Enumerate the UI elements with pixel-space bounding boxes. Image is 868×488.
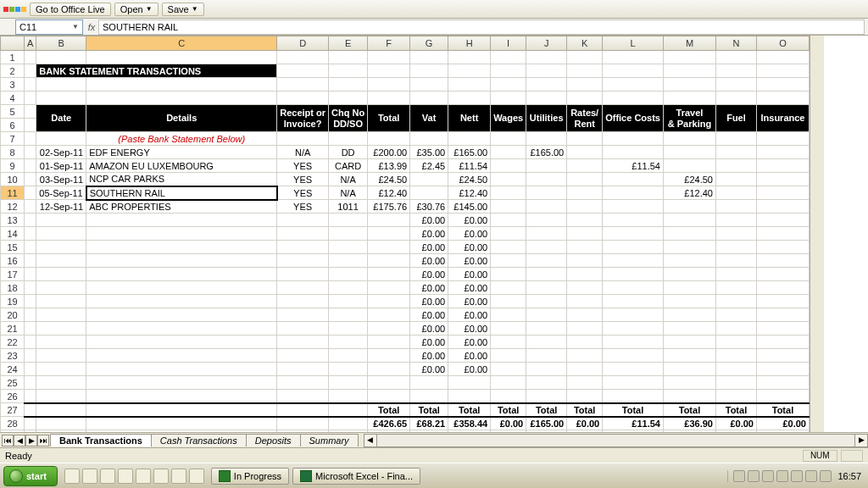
totals-label[interactable]: Total <box>603 403 664 417</box>
cell-utilities[interactable] <box>526 159 567 173</box>
cell[interactable] <box>86 336 277 349</box>
cell[interactable] <box>715 227 756 241</box>
cell[interactable] <box>715 363 756 376</box>
cell[interactable] <box>603 349 664 363</box>
tab-last-icon[interactable]: ⏭ <box>37 435 49 446</box>
cell[interactable] <box>491 51 526 64</box>
cell[interactable] <box>715 295 756 308</box>
hdr-rates[interactable]: Rates/Rent <box>567 105 603 132</box>
cell[interactable] <box>277 241 329 254</box>
row-header-22[interactable]: 22 <box>1 336 25 349</box>
cell[interactable] <box>567 51 603 64</box>
cell[interactable] <box>277 51 329 64</box>
row-header-1[interactable]: 1 <box>1 51 25 64</box>
cell-nett[interactable]: £0.00 <box>448 241 491 254</box>
cell[interactable] <box>756 376 809 390</box>
cell[interactable] <box>715 64 756 78</box>
cell[interactable] <box>277 349 329 363</box>
tab-next-icon[interactable]: ▶ <box>25 435 37 446</box>
ql-icon[interactable] <box>118 469 133 484</box>
col-header-A[interactable]: A <box>25 36 36 51</box>
cell[interactable] <box>410 92 448 105</box>
cell[interactable] <box>567 64 603 78</box>
cell-total[interactable]: £24.50 <box>368 173 410 186</box>
col-header-M[interactable]: M <box>663 36 715 51</box>
cell-rates[interactable] <box>567 159 603 173</box>
cell-vat[interactable]: £0.00 <box>410 322 448 336</box>
cell[interactable] <box>526 376 567 390</box>
cell[interactable] <box>86 349 277 363</box>
cell[interactable] <box>25 51 36 64</box>
cell[interactable] <box>277 295 329 308</box>
cell-vat[interactable]: £0.00 <box>410 214 448 227</box>
cell[interactable] <box>86 78 277 92</box>
cell-travel[interactable]: £12.40 <box>663 186 715 200</box>
cell[interactable] <box>36 268 86 281</box>
paste-hint[interactable]: (Paste Bank Statement Below) <box>86 132 277 146</box>
cell[interactable] <box>756 308 809 322</box>
open-button[interactable]: Open▼ <box>114 3 159 16</box>
cell-chq[interactable]: N/A <box>329 186 368 200</box>
cell-total[interactable]: £12.40 <box>368 186 410 200</box>
row-header-25[interactable]: 25 <box>1 376 25 390</box>
cell[interactable] <box>567 92 603 105</box>
cell-nett[interactable]: £0.00 <box>448 268 491 281</box>
cell[interactable] <box>567 78 603 92</box>
row-header-9[interactable]: 9 <box>1 159 25 173</box>
cell[interactable] <box>715 268 756 281</box>
cell[interactable] <box>715 322 756 336</box>
cell[interactable] <box>491 349 526 363</box>
scroll-left-icon[interactable]: ◀ <box>364 434 377 447</box>
cell[interactable] <box>491 308 526 322</box>
cell-nett[interactable]: £0.00 <box>448 295 491 308</box>
cell[interactable] <box>329 227 368 241</box>
cell[interactable] <box>277 430 329 433</box>
ql-icon[interactable] <box>189 469 204 484</box>
cell[interactable] <box>526 214 567 227</box>
cell[interactable] <box>329 78 368 92</box>
cell[interactable] <box>715 336 756 349</box>
cell[interactable] <box>36 78 86 92</box>
cell-utilities[interactable] <box>526 186 567 200</box>
totals-label[interactable]: Total <box>368 403 410 417</box>
cell-vat[interactable] <box>410 173 448 186</box>
cell[interactable] <box>36 390 86 403</box>
cell[interactable] <box>329 295 368 308</box>
cell-office[interactable] <box>603 186 664 200</box>
cell-office[interactable]: £11.54 <box>603 159 664 173</box>
cell-nett[interactable]: £165.00 <box>448 146 491 159</box>
col-header-L[interactable]: L <box>603 36 664 51</box>
col-header-H[interactable]: H <box>448 36 491 51</box>
cell[interactable] <box>277 390 329 403</box>
cell[interactable] <box>663 254 715 268</box>
ql-icon[interactable] <box>171 469 186 484</box>
hdr-wages[interactable]: Wages <box>491 105 526 132</box>
cell[interactable] <box>491 390 526 403</box>
row-header-6[interactable]: 6 <box>1 119 25 132</box>
totals-office[interactable]: £11.54 <box>603 417 664 430</box>
cell[interactable] <box>329 214 368 227</box>
horizontal-scrollbar[interactable]: ◀ ▶ <box>364 434 868 447</box>
cell[interactable] <box>567 281 603 295</box>
cell-nett[interactable]: £0.00 <box>448 336 491 349</box>
cell[interactable] <box>36 227 86 241</box>
cell[interactable] <box>329 417 368 430</box>
cell[interactable] <box>491 214 526 227</box>
cell-nett[interactable]: £0.00 <box>448 214 491 227</box>
cell-travel[interactable]: £24.50 <box>663 173 715 186</box>
cell-travel[interactable] <box>663 146 715 159</box>
col-header-F[interactable]: F <box>368 36 410 51</box>
cell[interactable] <box>86 268 277 281</box>
cell[interactable] <box>567 227 603 241</box>
cell[interactable] <box>526 349 567 363</box>
cell-vat[interactable]: £0.00 <box>410 363 448 376</box>
cell[interactable] <box>86 281 277 295</box>
cell-travel[interactable] <box>663 200 715 214</box>
row-header-5[interactable]: 5 <box>1 105 25 119</box>
cell[interactable] <box>715 254 756 268</box>
cell[interactable] <box>36 51 86 64</box>
cell[interactable] <box>410 51 448 64</box>
cell-vat[interactable]: £2.45 <box>410 159 448 173</box>
cell[interactable] <box>277 322 329 336</box>
cell[interactable] <box>756 363 809 376</box>
